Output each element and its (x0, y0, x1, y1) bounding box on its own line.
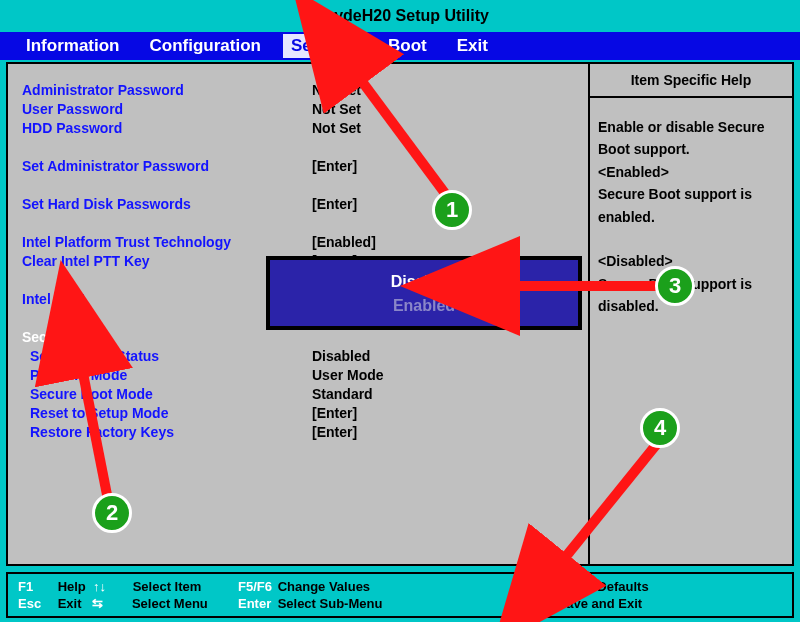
setting-label: Secure Boot (22, 329, 312, 345)
help-line: Boot support. (598, 138, 784, 160)
annotation-badge-3: 3 (655, 266, 695, 306)
key-f1: F1 (18, 579, 54, 594)
setting-label: Secure Boot Mode (22, 386, 312, 402)
label-select-menu: Select Menu (132, 596, 208, 611)
setting-value: Enter (312, 424, 357, 440)
setting-value: Disabled (312, 348, 370, 364)
annotation-badge-1: 1 (432, 190, 472, 230)
label-setup-defaults: Setup Defaults (558, 579, 649, 594)
setting-row-6[interactable]: Set Hard Disk PasswordsEnter (22, 194, 578, 213)
setting-row-18[interactable]: Restore Factory KeysEnter (22, 422, 578, 441)
help-pane: Item Specific Help Enable or disable Sec… (588, 64, 792, 564)
setting-row-0[interactable]: Administrator PasswordNot Set (22, 80, 578, 99)
menu-item-exit[interactable]: Exit (449, 34, 496, 58)
help-line: <Enabled> (598, 161, 784, 183)
key-esc: Esc (18, 596, 54, 611)
setting-row-15[interactable]: Platform ModeUser Mode (22, 365, 578, 384)
setting-value: Enter (312, 196, 357, 212)
setting-row-16[interactable]: Secure Boot ModeStandard (22, 384, 578, 403)
label-select-sub: Select Sub-Menu (278, 596, 383, 611)
title-bar: InsydeH20 Setup Utility (0, 0, 800, 32)
setting-label: Platform Mode (22, 367, 312, 383)
setting-label: Restore Factory Keys (22, 424, 312, 440)
setting-value: Standard (312, 386, 373, 402)
menu-item-security[interactable]: Security (283, 34, 366, 58)
footer-bar: F1 Help ↑↓ Select Item Esc Exit ⇆ Select… (6, 572, 794, 618)
menu-bar: Information Configuration Security Boot … (0, 32, 800, 60)
setting-row-4[interactable]: Set Administrator PasswordEnter (22, 156, 578, 175)
label-save-exit: Save and Exit (558, 596, 643, 611)
setting-value: Enter (312, 158, 357, 174)
key-enter: Enter (238, 596, 274, 611)
setting-value: Not Set (312, 82, 361, 98)
setting-row-13[interactable]: Secure Boot (22, 327, 578, 346)
key-f9: F9 (518, 579, 554, 594)
setting-label: Intel Platform Trust Technology (22, 234, 312, 250)
label-help: Help (58, 579, 86, 594)
setting-row-14[interactable]: Secure Boot StatusDisabled (22, 346, 578, 365)
setting-label: Set Administrator Password (22, 158, 312, 174)
help-line: Secure Boot support is enabled. (598, 183, 784, 228)
setting-value: Not Set (312, 120, 361, 136)
setting-value: Enter (312, 405, 357, 421)
label-exit: Exit (58, 596, 82, 611)
key-leftright: ⇆ (92, 596, 128, 611)
setting-label: Administrator Password (22, 82, 312, 98)
label-select-item: Select Item (133, 579, 202, 594)
key-f10: F10 (518, 596, 554, 611)
help-line: <Disabled> (598, 250, 784, 272)
popup-option-disabled[interactable]: Disabled (270, 270, 578, 294)
setting-value: Enabled (312, 234, 376, 250)
setting-row-2[interactable]: HDD PasswordNot Set (22, 118, 578, 137)
help-title: Item Specific Help (590, 64, 792, 98)
setting-value: Not Set (312, 101, 361, 117)
help-line: Enable or disable Secure (598, 116, 784, 138)
help-line (598, 228, 784, 250)
label-change-values: Change Values (278, 579, 370, 594)
secure-boot-popup[interactable]: Disabled Enabled (268, 258, 580, 328)
setting-label: Secure Boot Status (22, 348, 312, 364)
setting-label: HDD Password (22, 120, 312, 136)
popup-option-enabled[interactable]: Enabled (270, 294, 578, 318)
setting-label: Reset to Setup Mode (22, 405, 312, 421)
key-f5f6: F5/F6 (238, 579, 274, 594)
annotation-badge-4: 4 (640, 408, 680, 448)
setting-label: User Password (22, 101, 312, 117)
setting-value: User Mode (312, 367, 384, 383)
setting-row-8[interactable]: Intel Platform Trust TechnologyEnabled (22, 232, 578, 251)
key-updown: ↑↓ (93, 579, 129, 594)
annotation-badge-2: 2 (92, 493, 132, 533)
menu-item-boot[interactable]: Boot (380, 34, 435, 58)
setting-row-1[interactable]: User PasswordNot Set (22, 99, 578, 118)
setting-label: Set Hard Disk Passwords (22, 196, 312, 212)
setting-row-17[interactable]: Reset to Setup ModeEnter (22, 403, 578, 422)
menu-item-configuration[interactable]: Configuration (142, 34, 269, 58)
menu-item-information[interactable]: Information (18, 34, 128, 58)
help-body: Enable or disable SecureBoot support.<En… (590, 98, 792, 336)
